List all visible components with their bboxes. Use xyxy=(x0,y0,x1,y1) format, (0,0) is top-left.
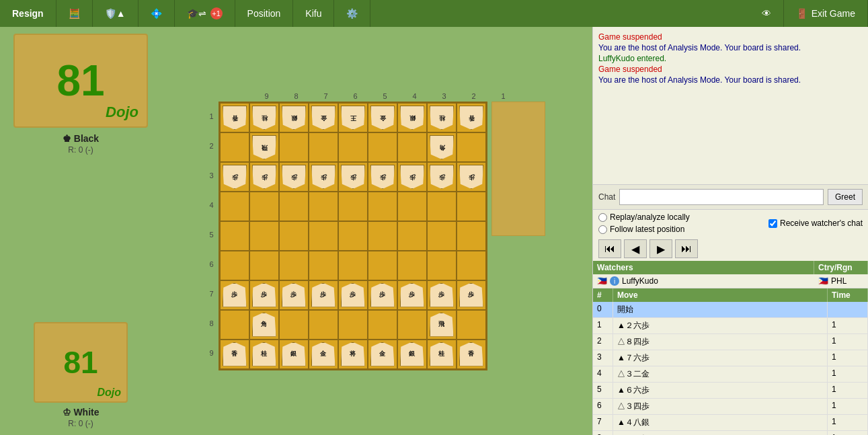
receive-watcher-checkbox[interactable] xyxy=(768,219,777,228)
cell-6-3[interactable] xyxy=(397,251,427,280)
resign-button[interactable]: Resign xyxy=(0,0,56,27)
cell-6-1[interactable] xyxy=(457,251,486,280)
cell-6-2[interactable] xyxy=(427,251,457,280)
move-row-0[interactable]: 0 開始 xyxy=(593,302,868,318)
cell-3-4[interactable]: 歩 xyxy=(368,162,397,192)
cell-5-1[interactable] xyxy=(457,221,486,251)
cell-7-8[interactable]: 歩 xyxy=(249,280,279,310)
move-row-6[interactable]: 6 △３四歩 1 xyxy=(593,399,868,415)
cell-5-6[interactable] xyxy=(309,221,338,251)
cell-5-5[interactable] xyxy=(338,221,368,251)
cell-4-6[interactable] xyxy=(309,192,338,221)
kifu-button[interactable]: Kifu xyxy=(293,0,334,27)
cell-9-1[interactable]: 香 xyxy=(457,340,486,369)
cell-4-2[interactable] xyxy=(427,192,457,221)
cell-4-4[interactable] xyxy=(368,192,397,221)
cell-8-1[interactable] xyxy=(457,310,486,340)
cell-1-5[interactable]: 王 xyxy=(338,103,368,132)
cell-2-7[interactable] xyxy=(279,132,309,162)
diamond-button[interactable]: 💠 xyxy=(139,0,175,27)
cell-3-8[interactable]: 歩 xyxy=(249,162,279,192)
cell-2-6[interactable] xyxy=(309,132,338,162)
cell-5-2[interactable] xyxy=(427,221,457,251)
move-row-2[interactable]: 2 △８四歩 1 xyxy=(593,334,868,350)
last-button[interactable]: ⏭ xyxy=(675,239,698,258)
cell-7-1[interactable]: 歩 xyxy=(457,280,486,310)
cell-7-4[interactable]: 歩 xyxy=(368,280,397,310)
cell-9-3[interactable]: 銀 xyxy=(397,340,427,369)
cell-9-5[interactable]: 将 xyxy=(338,340,368,369)
move-row-5[interactable]: 5 ▲６六歩 1 xyxy=(593,383,868,399)
cell-2-9[interactable] xyxy=(220,132,249,162)
replay-radio[interactable] xyxy=(598,213,607,222)
cell-3-7[interactable]: 歩 xyxy=(279,162,309,192)
cell-1-2[interactable]: 桂 xyxy=(427,103,457,132)
cell-2-5[interactable] xyxy=(338,132,368,162)
receive-watcher-option[interactable]: Receive watcher's chat xyxy=(768,219,863,228)
move-row-7[interactable]: 7 ▲４八銀 1 xyxy=(593,415,868,431)
move-row-8[interactable]: 8 △６二銀 1 xyxy=(593,431,868,435)
cell-9-7[interactable]: 銀 xyxy=(279,340,309,369)
cell-3-6[interactable]: 歩 xyxy=(309,162,338,192)
cell-1-1[interactable]: 香 xyxy=(457,103,486,132)
move-row-4[interactable]: 4 △３二金 1 xyxy=(593,366,868,383)
cell-3-5[interactable]: 歩 xyxy=(338,162,368,192)
position-button[interactable]: Position xyxy=(235,0,294,27)
cell-5-7[interactable] xyxy=(279,221,309,251)
cell-1-7[interactable]: 銀 xyxy=(279,103,309,132)
cell-1-9[interactable]: 香 xyxy=(220,103,249,132)
cell-4-7[interactable] xyxy=(279,192,309,221)
cell-5-9[interactable] xyxy=(220,221,249,251)
shogi-board[interactable]: 香 桂 銀 金 王 金 銀 桂 香 飛 xyxy=(219,102,487,370)
cell-2-2[interactable]: 角 xyxy=(427,132,457,162)
cell-8-7[interactable] xyxy=(279,310,309,340)
cell-5-8[interactable] xyxy=(249,221,279,251)
cell-4-1[interactable] xyxy=(457,192,486,221)
cell-7-9[interactable]: 歩 xyxy=(220,280,249,310)
first-button[interactable]: ⏮ xyxy=(598,239,621,258)
exit-game-button[interactable]: 🚪 Exit Game xyxy=(784,0,868,27)
graduation-button[interactable]: 🎓⇌ +1 xyxy=(175,0,235,27)
cell-8-3[interactable] xyxy=(397,310,427,340)
cell-2-1[interactable] xyxy=(457,132,486,162)
cell-9-2[interactable]: 桂 xyxy=(427,340,457,369)
calculator-button[interactable]: 🧮 xyxy=(56,0,93,27)
cell-6-6[interactable] xyxy=(309,251,338,280)
cell-4-3[interactable] xyxy=(397,192,427,221)
greet-button[interactable]: Greet xyxy=(828,189,863,205)
cell-2-3[interactable] xyxy=(397,132,427,162)
chat-input[interactable] xyxy=(619,189,824,205)
cell-1-8[interactable]: 桂 xyxy=(249,103,279,132)
cell-6-9[interactable] xyxy=(220,251,249,280)
cell-5-4[interactable] xyxy=(368,221,397,251)
cell-3-2[interactable]: 歩 xyxy=(427,162,457,192)
cell-8-8[interactable]: 角 xyxy=(249,310,279,340)
cell-3-1[interactable]: 歩 xyxy=(457,162,486,192)
cell-1-6[interactable]: 金 xyxy=(309,103,338,132)
cell-8-2[interactable]: 飛 xyxy=(427,310,457,340)
next-button[interactable]: ▶ xyxy=(649,239,672,258)
cell-7-7[interactable]: 歩 xyxy=(279,280,309,310)
cell-6-7[interactable] xyxy=(279,251,309,280)
cell-4-5[interactable] xyxy=(338,192,368,221)
cell-4-8[interactable] xyxy=(249,192,279,221)
cell-9-9[interactable]: 香 xyxy=(220,340,249,369)
cell-4-9[interactable] xyxy=(220,192,249,221)
shield-button[interactable]: 🛡️▲ xyxy=(93,0,139,27)
cell-2-4[interactable] xyxy=(368,132,397,162)
follow-radio[interactable] xyxy=(598,225,607,234)
cell-7-3[interactable]: 歩 xyxy=(397,280,427,310)
cell-8-9[interactable] xyxy=(220,310,249,340)
cell-2-8[interactable]: 飛 xyxy=(249,132,279,162)
cell-8-4[interactable] xyxy=(368,310,397,340)
cell-6-8[interactable] xyxy=(249,251,279,280)
cell-9-4[interactable]: 金 xyxy=(368,340,397,369)
follow-option[interactable]: Follow latest position xyxy=(598,225,758,234)
cell-8-6[interactable] xyxy=(309,310,338,340)
cell-6-5[interactable] xyxy=(338,251,368,280)
settings-button[interactable]: ⚙️ xyxy=(334,0,370,27)
cell-9-6[interactable]: 金 xyxy=(309,340,338,369)
replay-option[interactable]: Replay/analyze locally xyxy=(598,212,758,222)
cell-7-6[interactable]: 歩 xyxy=(309,280,338,310)
cell-7-5[interactable]: 歩 xyxy=(338,280,368,310)
